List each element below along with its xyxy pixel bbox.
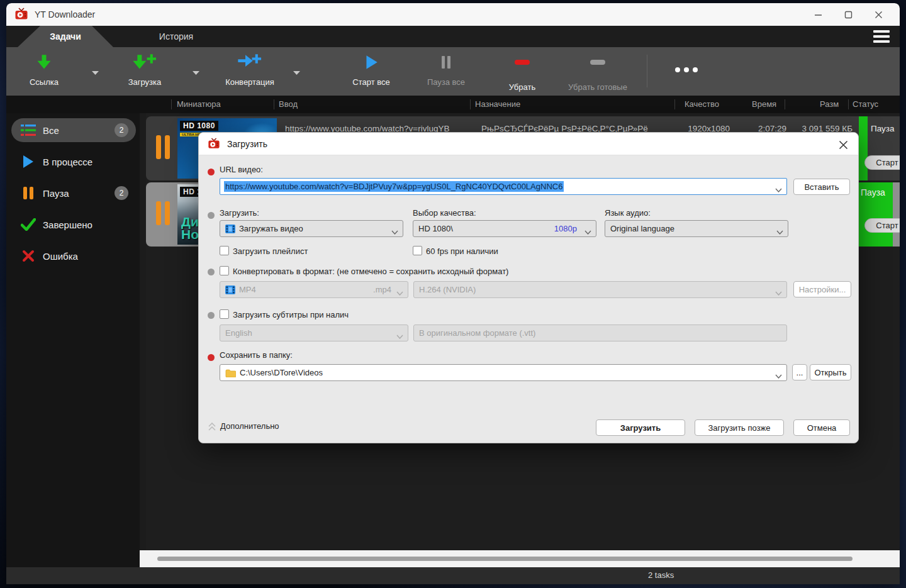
chevron-down-icon[interactable] [775,185,782,194]
save-folder-value: C:\Users\DTore\Videos [240,368,323,377]
subtitles-checkbox[interactable] [220,309,229,319]
close-button[interactable] [863,3,893,26]
start-all-button[interactable]: Старт все [335,53,408,87]
app-window: YT Downloader Задачи История Ссылка Загр… [6,3,900,584]
scrollbar-thumb[interactable] [157,557,853,561]
paste-button[interactable]: Вставить [793,179,850,195]
start-task-button[interactable]: Старт [864,155,900,170]
add-download-button[interactable]: Загрузка [108,53,181,87]
playlist-checkbox[interactable] [220,246,229,255]
format-extension: .mp4 [373,285,391,294]
status-badge: Пауза [861,187,885,197]
more-actions-icon[interactable] [673,65,700,76]
film-icon [225,286,235,294]
format-select: MP4 .mp4 [220,281,408,298]
url-input[interactable]: https://www.youtube.com/watch?v=BDJjtPVu… [220,178,787,195]
menu-icon[interactable] [873,30,890,43]
url-label: URL видео: [220,165,263,174]
pause-all-button[interactable]: Пауза все [410,53,483,87]
hd-badge: HD 1080 [180,121,218,131]
quality-select[interactable]: HD 1080\ 1080p [413,220,596,237]
format-value: MP4 [239,285,256,294]
chevron-down-icon [775,288,782,297]
subtitles-checkbox-label[interactable]: Загрузить субтитры при налич [233,310,349,319]
status-badge: Пауза [871,124,895,133]
quality-value: HD 1080\ [418,224,453,233]
sidebar-item-paused[interactable]: Пауза 2 [11,181,136,205]
download-plus-icon [108,53,181,76]
link-dropdown-icon[interactable] [91,67,100,74]
remove-done-minus-icon [557,53,639,76]
play-icon [20,155,36,169]
horizontal-scrollbar[interactable] [140,550,900,567]
convert-plus-icon [209,53,291,76]
sidebar-item-error[interactable]: Ошибка [11,244,136,268]
download-dropdown-icon[interactable] [192,67,201,74]
minimize-button[interactable] [803,3,833,26]
playlist-checkbox-label[interactable]: Загрузить плейлист [233,247,308,256]
cancel-dialog-button[interactable]: Отмена [793,419,850,436]
subtitle-format-select: В оригинальном формате (.vtt) [413,325,787,341]
add-download-label: Загрузка [108,77,181,87]
dialog-close-icon[interactable] [837,138,849,151]
header-size[interactable]: Разм [820,99,839,109]
header-quality[interactable]: Качество [685,99,719,109]
x-icon [20,250,36,262]
tab-tasks[interactable]: Задачи [18,26,113,47]
task-count: 2 tasks [648,570,674,580]
play-icon [335,53,408,76]
remove-done-button[interactable]: Убрать готовые [557,53,639,92]
chevron-down-icon [391,227,398,236]
header-input[interactable]: Ввод [279,99,298,109]
conversion-dropdown-icon[interactable] [293,67,301,74]
chevron-down-icon [396,288,403,297]
section-bullet [208,312,215,319]
remove-done-label: Убрать готовые [557,82,639,92]
save-folder-select[interactable]: C:\Users\DTore\Videos [220,364,787,381]
header-status[interactable]: Статус [853,99,878,109]
download-mode-select[interactable]: Загружать видео [220,220,403,237]
header-time[interactable]: Время [752,99,776,109]
row-pause-icon [156,201,170,225]
download-confirm-button[interactable]: Загрузить [596,419,685,436]
header-destination[interactable]: Назначение [475,99,520,109]
sidebar-item-completed[interactable]: Завершено [11,213,136,236]
subtitle-language-select: English [220,325,408,341]
folder-icon [225,369,236,377]
chevron-down-icon [396,331,403,341]
add-conversion-button[interactable]: Конвертация [209,53,291,87]
convert-checkbox[interactable] [220,266,229,275]
header-thumbnail[interactable]: Миниатюра [177,99,221,109]
maximize-button[interactable] [833,3,863,26]
convert-checkbox-label[interactable]: Конвертировать в формат: (не отмечено = … [233,267,508,276]
chevron-down-icon [775,371,782,380]
sidebar-item-in-progress[interactable]: В процессе [11,150,136,174]
remove-button[interactable]: Убрать [486,53,559,92]
start-task-button[interactable]: Старт [864,218,900,233]
subtitle-format-value: В оригинальном формате (.vtt) [419,328,535,338]
paused-count-badge: 2 [115,186,128,200]
download-later-button[interactable]: Загрузить позже [695,419,784,436]
sidebar-item-all[interactable]: Все 2 [11,118,136,142]
download-dialog: Загрузить URL видео: https://www.youtube… [198,132,859,443]
add-link-button[interactable]: Ссылка [8,53,81,87]
dialog-title: Загрузить [227,139,267,149]
audio-label: Язык аудио: [605,208,651,218]
audio-language-select[interactable]: Original language [605,220,788,237]
fps-checkbox[interactable] [413,246,422,255]
advanced-label[interactable]: Дополнительно [220,421,279,431]
film-icon [225,225,235,233]
browse-folder-button[interactable]: ... [792,364,807,380]
settings-button: Настройки... [793,281,851,297]
progress-bar: Пауза [859,182,893,247]
tab-history[interactable]: История [138,26,214,47]
fps-checkbox-label[interactable]: 60 fps при наличии [426,247,498,256]
codec-value: H.264 (NVIDIA) [419,285,476,294]
start-all-label: Старт все [335,77,408,87]
quality-label: Выбор качества: [413,208,476,218]
collapse-advanced-icon[interactable] [208,421,216,433]
status-bar: 2 tasks [6,567,900,584]
open-folder-button[interactable]: Открыть [810,364,851,380]
download-mode-value: Загружать видео [239,224,303,233]
remove-minus-icon [486,53,559,76]
